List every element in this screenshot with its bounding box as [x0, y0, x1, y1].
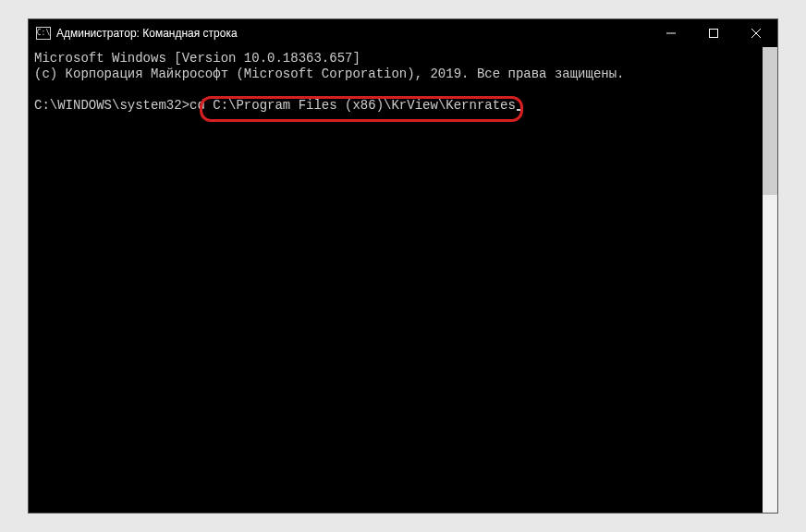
cmd-icon-glyph: C:\ — [37, 30, 50, 37]
minimize-icon — [666, 29, 676, 38]
maximize-icon — [709, 29, 718, 38]
maximize-button[interactable] — [692, 19, 735, 47]
version-line: Microsoft Windows [Version 10.0.18363.65… — [34, 51, 360, 66]
vertical-scrollbar[interactable] — [763, 47, 777, 513]
prompt-line: C:\WINDOWS\system32>cd C:\Program Files … — [34, 98, 523, 113]
typed-command: cd C:\Program Files (x86)\KrView\Kernrat… — [189, 98, 516, 113]
scrollbar-thumb[interactable] — [763, 47, 777, 195]
window-controls — [650, 19, 777, 47]
minimize-button[interactable] — [650, 19, 692, 47]
prompt-path: C:\WINDOWS\system32> — [34, 98, 189, 113]
copyright-line: (c) Корпорация Майкрософт (Microsoft Cor… — [34, 66, 625, 81]
console-body: Microsoft Windows [Version 10.0.18363.65… — [29, 47, 777, 513]
svg-rect-1 — [710, 30, 718, 38]
titlebar[interactable]: C:\ Администратор: Командная строка — [29, 19, 777, 47]
close-icon — [751, 29, 761, 38]
close-button[interactable] — [735, 19, 777, 47]
cmd-window: C:\ Администратор: Командная строка Micr… — [28, 18, 778, 514]
cursor — [517, 109, 523, 111]
console-output[interactable]: Microsoft Windows [Version 10.0.18363.65… — [29, 47, 763, 513]
window-title: Администратор: Командная строка — [56, 27, 238, 40]
cmd-icon: C:\ — [36, 27, 51, 40]
